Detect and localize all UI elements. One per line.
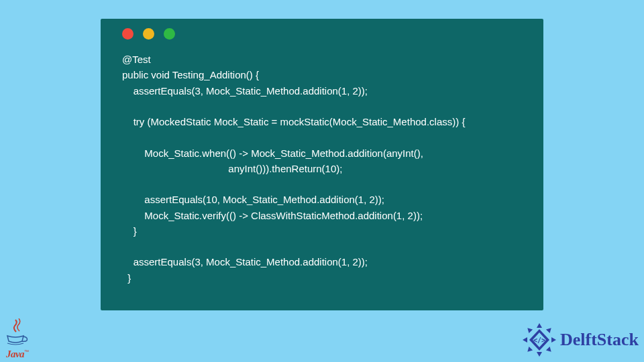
svg-text:</>: </> bbox=[533, 337, 545, 344]
svg-marker-3 bbox=[546, 347, 553, 354]
code-line: try (MockedStatic Mock_Static = mockStat… bbox=[122, 116, 465, 127]
delftstack-label: DelftStack bbox=[560, 330, 639, 350]
delftstack-logo: </> DelftStack bbox=[521, 322, 639, 358]
code-line: anyInt())).thenReturn(10); bbox=[122, 163, 342, 174]
delftstack-emblem-icon: </> bbox=[521, 322, 557, 358]
java-cup-icon bbox=[3, 321, 32, 348]
svg-marker-5 bbox=[526, 347, 533, 354]
svg-marker-7 bbox=[526, 326, 533, 333]
code-line: assertEquals(3, Mock_Static_Method.addit… bbox=[122, 256, 368, 267]
code-line: } bbox=[122, 225, 137, 237]
code-line: assertEquals(10, Mock_Static_Method.addi… bbox=[122, 194, 384, 205]
close-dot-icon bbox=[122, 28, 133, 40]
code-line: @Test bbox=[122, 54, 151, 65]
maximize-dot-icon bbox=[164, 28, 175, 40]
code-line: assertEquals(3, Mock_Static_Method.addit… bbox=[122, 85, 368, 97]
code-window: @Test public void Testing_Addition() { a… bbox=[101, 19, 543, 310]
svg-marker-4 bbox=[537, 352, 542, 357]
code-line: } bbox=[122, 272, 131, 284]
code-line: Mock_Static.verify(() -> ClassWithStatic… bbox=[122, 210, 423, 221]
window-controls bbox=[122, 28, 530, 40]
code-line: public void Testing_Addition() { bbox=[122, 69, 259, 80]
code-content: @Test public void Testing_Addition() { a… bbox=[122, 52, 530, 286]
minimize-dot-icon bbox=[143, 28, 154, 40]
code-line: Mock_Static.when(() -> Mock_Static_Metho… bbox=[122, 147, 423, 159]
svg-marker-6 bbox=[523, 337, 527, 343]
java-label: Java™ bbox=[6, 348, 29, 360]
svg-marker-2 bbox=[551, 337, 556, 343]
java-logo: Java™ bbox=[3, 321, 32, 360]
svg-marker-1 bbox=[546, 326, 553, 333]
svg-marker-0 bbox=[537, 323, 542, 328]
